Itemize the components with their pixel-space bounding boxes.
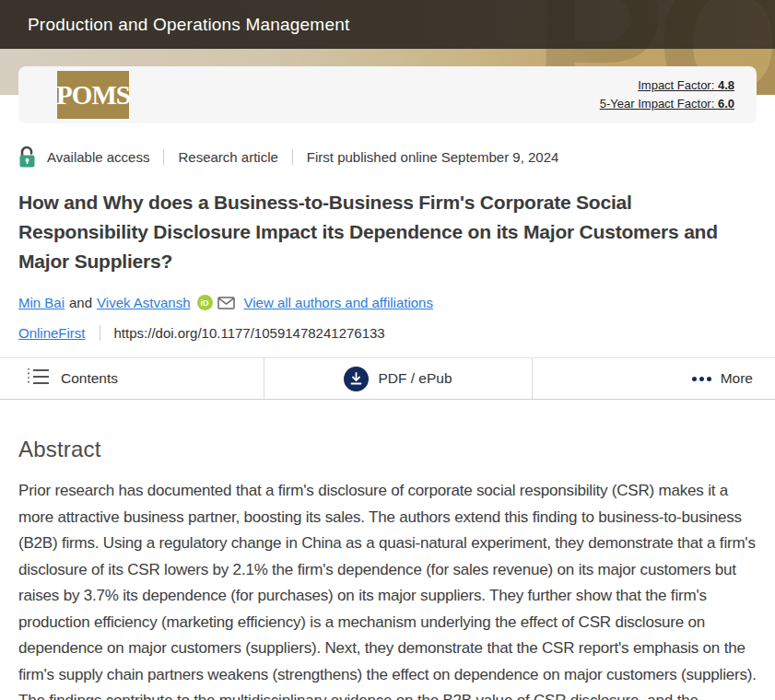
- five-year-impact-factor-link[interactable]: 5-Year Impact Factor: 6.0: [600, 97, 734, 111]
- doi-text[interactable]: https://doi.org/10.1177/1059147824127613…: [114, 325, 385, 341]
- access-type-label: Available access: [47, 149, 149, 165]
- more-label: More: [721, 370, 753, 387]
- impact-factor-line: Impact Factor: 4.8: [600, 76, 734, 95]
- ellipsis-icon: [689, 377, 711, 381]
- article-meta-row: Available access Research article First …: [18, 146, 757, 169]
- journal-title[interactable]: Production and Operations Management: [0, 0, 349, 49]
- online-first-link[interactable]: OnlineFirst: [18, 325, 86, 341]
- contents-label: Contents: [61, 370, 118, 387]
- more-button[interactable]: More: [533, 358, 775, 399]
- author-link-vivek-astvansh[interactable]: Vivek Astvansh: [97, 295, 190, 310]
- download-icon: [344, 367, 369, 391]
- published-date-label: First published online September 9, 2024: [307, 149, 559, 165]
- authors-row: Min Bai and Vivek Astvansh iD View all a…: [18, 295, 757, 310]
- impact-factors: Impact Factor: 4.8 5-Year Impact Factor:…: [600, 76, 734, 113]
- poms-logo[interactable]: POMS: [57, 71, 129, 119]
- contents-icon: [26, 367, 50, 391]
- impact-factor-value: 4.8: [718, 78, 734, 92]
- article-type-label: Research article: [178, 149, 277, 165]
- open-lock-icon: [18, 146, 36, 169]
- abstract-text: Prior research has documented that a fir…: [18, 478, 757, 700]
- pdf-epub-button[interactable]: PDF / ePub: [264, 358, 533, 399]
- orcid-icon[interactable]: iD: [197, 295, 213, 310]
- authors-conjunction: and: [69, 295, 92, 310]
- doi-row: OnlineFirst https://doi.org/10.1177/1059…: [18, 325, 757, 341]
- five-year-impact-factor-line: 5-Year Impact Factor: 6.0: [600, 95, 734, 113]
- meta-divider: [292, 149, 293, 165]
- article-toolbar: Contents PDF / ePub More: [0, 357, 775, 400]
- pdf-epub-label: PDF / ePub: [378, 370, 452, 387]
- email-icon[interactable]: [217, 297, 235, 309]
- meta-divider: [163, 149, 164, 165]
- contents-button[interactable]: Contents: [0, 358, 264, 399]
- abstract-heading: Abstract: [18, 437, 757, 462]
- impact-factor-link[interactable]: Impact Factor: 4.8: [638, 78, 734, 92]
- masthead-card: POMS Impact Factor: 4.8 5-Year Impact Fa…: [18, 66, 757, 123]
- article-title: How and Why does a Business-to-Business …: [18, 188, 756, 276]
- view-all-authors-link[interactable]: View all authors and affiliations: [244, 295, 433, 310]
- five-year-impact-factor-value: 6.0: [718, 97, 734, 111]
- author-link-min-bai[interactable]: Min Bai: [18, 295, 65, 310]
- doi-divider: [100, 325, 100, 341]
